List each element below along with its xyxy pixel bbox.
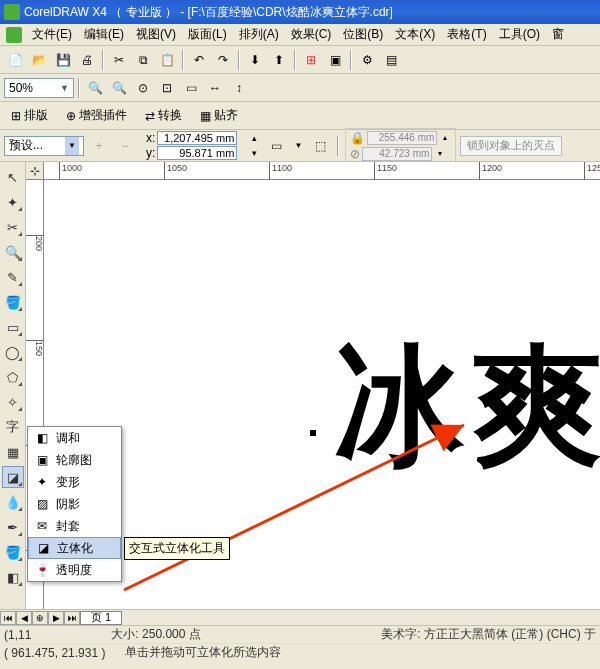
table-tool[interactable]: ▦ bbox=[2, 441, 24, 463]
zoom-level-combo[interactable]: 50% ▼ bbox=[4, 78, 74, 98]
page-tab[interactable]: 页 1 bbox=[80, 611, 122, 625]
spin-up[interactable]: ▴ bbox=[247, 131, 261, 145]
zoom-tool[interactable]: 🔍 bbox=[2, 241, 24, 263]
y-input[interactable] bbox=[157, 146, 237, 160]
vp-type-dropdown[interactable]: ▼ bbox=[291, 135, 305, 157]
app-launch-button[interactable]: ⊞ bbox=[300, 49, 322, 71]
rectangle-tool[interactable]: ▭ bbox=[2, 316, 24, 338]
print-button[interactable]: 🖨 bbox=[76, 49, 98, 71]
zoom-all-button[interactable]: ⊡ bbox=[156, 77, 178, 99]
menu-effects[interactable]: 效果(C) bbox=[285, 24, 338, 45]
position-group: x: y: bbox=[146, 131, 237, 160]
copy-button[interactable]: ⧉ bbox=[132, 49, 154, 71]
zoom-out-button[interactable]: 🔍 bbox=[108, 77, 130, 99]
cut-button[interactable]: ✂ bbox=[108, 49, 130, 71]
del-preset-button[interactable]: − bbox=[114, 135, 136, 157]
separator bbox=[337, 136, 339, 156]
menu-edit[interactable]: 编辑(E) bbox=[78, 24, 130, 45]
menu-file[interactable]: 文件(E) bbox=[26, 24, 78, 45]
import-button[interactable]: ⬇ bbox=[244, 49, 266, 71]
separator bbox=[102, 50, 104, 70]
ruler-horizontal[interactable]: 1000 1050 1100 1150 1200 1250 bbox=[44, 162, 600, 180]
zoom-width-button[interactable]: ↔ bbox=[204, 77, 226, 99]
first-page-button[interactable]: ⏮ bbox=[0, 611, 16, 625]
x-input[interactable] bbox=[157, 131, 237, 145]
text-tool[interactable]: 字 bbox=[2, 416, 24, 438]
flyout-blend[interactable]: ◧调和 bbox=[28, 427, 121, 449]
prev-page-button[interactable]: ◀ bbox=[16, 611, 32, 625]
dim-w: 255.446 mm bbox=[367, 131, 437, 145]
add-page-button[interactable]: ⊕ bbox=[32, 611, 48, 625]
artistic-text-object[interactable]: 冰爽 bbox=[334, 320, 600, 496]
last-page-button[interactable]: ⏭ bbox=[64, 611, 80, 625]
new-button[interactable]: 📄 bbox=[4, 49, 26, 71]
tab-convert[interactable]: ⇄转换 bbox=[138, 105, 189, 127]
save-button[interactable]: 💾 bbox=[52, 49, 74, 71]
flyout-contour[interactable]: ▣轮廓图 bbox=[28, 449, 121, 471]
open-button[interactable]: 📂 bbox=[28, 49, 50, 71]
menu-arrange[interactable]: 排列(A) bbox=[233, 24, 285, 45]
smart-fill-tool[interactable]: 🪣 bbox=[2, 291, 24, 313]
menu-tools[interactable]: 工具(O) bbox=[493, 24, 546, 45]
redo-button[interactable]: ↷ bbox=[212, 49, 234, 71]
zoom-height-button[interactable]: ↕ bbox=[228, 77, 250, 99]
menu-text[interactable]: 文本(X) bbox=[389, 24, 441, 45]
ellipse-tool[interactable]: ◯ bbox=[2, 341, 24, 363]
vp-lock-hint[interactable]: 锁到对象上的灭点 bbox=[460, 136, 562, 156]
zoom-in-button[interactable]: 🔍 bbox=[84, 77, 106, 99]
depth-button[interactable]: ⬚ bbox=[309, 135, 331, 157]
menu-bitmap[interactable]: 位图(B) bbox=[337, 24, 389, 45]
preset-combo[interactable]: 预设... ▼ bbox=[4, 136, 84, 156]
zoom-page-button[interactable]: ▭ bbox=[180, 77, 202, 99]
crop-tool[interactable]: ✂ bbox=[2, 216, 24, 238]
outline-tool[interactable]: ✒ bbox=[2, 516, 24, 538]
separator bbox=[294, 50, 296, 70]
flyout-extrude[interactable]: ◪立体化 bbox=[28, 537, 121, 559]
paste-button[interactable]: 📋 bbox=[156, 49, 178, 71]
snap-button[interactable]: ▤ bbox=[380, 49, 402, 71]
zoom-selection-button[interactable]: ⊙ bbox=[132, 77, 154, 99]
undo-button[interactable]: ↶ bbox=[188, 49, 210, 71]
menu-view[interactable]: 视图(V) bbox=[130, 24, 182, 45]
basic-shapes-tool[interactable]: ✧ bbox=[2, 391, 24, 413]
vanishing-point-anchor[interactable] bbox=[310, 430, 316, 436]
tooltip: 交互式立体化工具 bbox=[124, 537, 230, 560]
vp-type-button[interactable]: ▭ bbox=[265, 135, 287, 157]
tab-snap[interactable]: ▦贴齐 bbox=[193, 105, 245, 127]
polygon-tool[interactable]: ⬠ bbox=[2, 366, 24, 388]
options-button[interactable]: ⚙ bbox=[356, 49, 378, 71]
export-button[interactable]: ⬆ bbox=[268, 49, 290, 71]
doc-icon bbox=[6, 27, 22, 43]
spin-down[interactable]: ▾ bbox=[247, 146, 261, 160]
pick-tool[interactable]: ↖ bbox=[2, 166, 24, 188]
fill-tool[interactable]: 🪣 bbox=[2, 541, 24, 563]
menu-table[interactable]: 表格(T) bbox=[441, 24, 492, 45]
link-icon[interactable]: ⊘ bbox=[350, 147, 360, 161]
menu-window[interactable]: 窗 bbox=[546, 24, 570, 45]
flyout-shadow[interactable]: ▨阴影 bbox=[28, 493, 121, 515]
x-label: x: bbox=[146, 131, 155, 145]
interactive-fill-tool[interactable]: ◧ bbox=[2, 566, 24, 588]
plugin-icon: ⊕ bbox=[66, 109, 76, 123]
spin-down[interactable]: ▾ bbox=[434, 148, 446, 160]
tab-plugin[interactable]: ⊕增强插件 bbox=[59, 105, 134, 127]
shape-tool[interactable]: ✦ bbox=[2, 191, 24, 213]
flyout-transparency[interactable]: 🍷透明度 bbox=[28, 559, 121, 581]
flyout-distort[interactable]: ✦变形 bbox=[28, 471, 121, 493]
interactive-tool[interactable]: ◪ bbox=[2, 466, 24, 488]
freehand-tool[interactable]: ✎ bbox=[2, 266, 24, 288]
ruler-origin[interactable]: ⊹ bbox=[26, 162, 44, 180]
title-bar: CorelDRAW X4 （ 专业版 ） - [F:\百度经验\CDR\炫酷冰爽… bbox=[0, 0, 600, 24]
interactive-tool-flyout: ◧调和 ▣轮廓图 ✦变形 ▨阴影 ✉封套 ◪立体化 🍷透明度 bbox=[27, 426, 122, 582]
add-preset-button[interactable]: + bbox=[88, 135, 110, 157]
chevron-down-icon: ▼ bbox=[60, 83, 69, 93]
tab-typeset[interactable]: ⊞排版 bbox=[4, 105, 55, 127]
eyedropper-tool[interactable]: 💧 bbox=[2, 491, 24, 513]
flyout-envelope[interactable]: ✉封套 bbox=[28, 515, 121, 537]
menu-layout[interactable]: 版面(L) bbox=[182, 24, 233, 45]
next-page-button[interactable]: ▶ bbox=[48, 611, 64, 625]
welcome-button[interactable]: ▣ bbox=[324, 49, 346, 71]
spin-up[interactable]: ▴ bbox=[439, 132, 451, 144]
status-bar-2: ( 961.475, 21.931 ) 单击并拖动可立体化所选内容 bbox=[0, 643, 600, 661]
lock-icon[interactable]: 🔒 bbox=[350, 131, 365, 145]
